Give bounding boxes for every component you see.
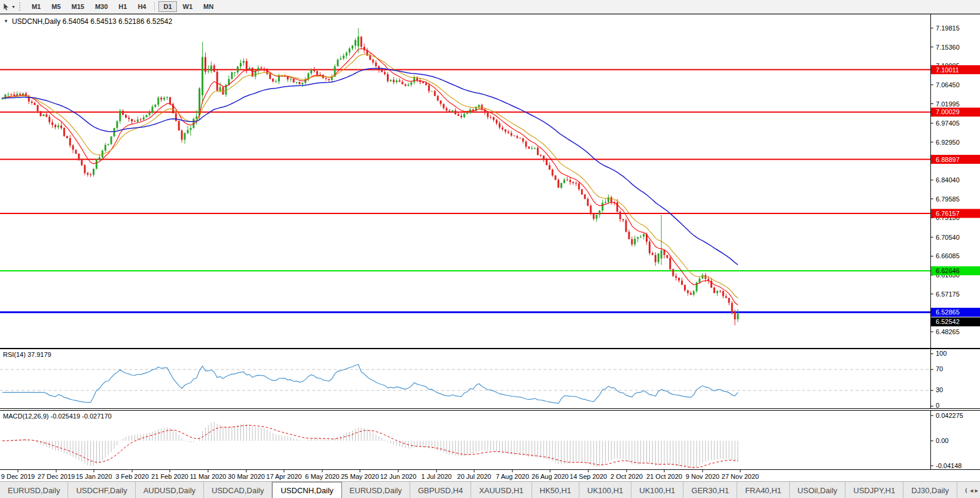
svg-text:17 Apr 2020: 17 Apr 2020 — [266, 473, 301, 480]
chart-tabs: EURUSD,DailyUSDCHF,DailyAUDUSD,DailyUSDC… — [0, 482, 980, 498]
moving-average-line-fast — [2, 49, 738, 305]
bull-candle-bodies — [2, 36, 739, 319]
svg-text:6.88897: 6.88897 — [936, 156, 960, 163]
rsi-indicator-label: RSI(14) 37.9179 — [3, 351, 51, 358]
svg-text:11 Mar 2020: 11 Mar 2020 — [190, 473, 227, 480]
chart-tab-audusd-daily[interactable]: AUDUSD,Daily — [136, 482, 204, 498]
bear-candle-wicks — [11, 36, 735, 325]
chart-tab-dj30-daily[interactable]: DJ30,Daily — [903, 482, 957, 498]
svg-text:6.57175: 6.57175 — [936, 291, 960, 298]
svg-text:27 Dec 2019: 27 Dec 2019 — [38, 473, 75, 480]
rsi-pane[interactable]: 10070300 — [0, 349, 980, 409]
bull-candle-wicks — [2, 28, 738, 322]
timeframe-button-D1[interactable]: D1 — [158, 1, 176, 12]
date-axis: 9 Dec 201927 Dec 201915 Jan 20203 Feb 20… — [0, 470, 980, 481]
svg-text:6.76157: 6.76157 — [936, 210, 960, 217]
svg-text:6.66085: 6.66085 — [936, 252, 960, 259]
chart-tab-uk100-h1[interactable]: UK100,H1 — [579, 482, 631, 498]
chart-tab-ger30-h1[interactable]: GER30,H1 — [683, 482, 737, 498]
timeframe-button-M1[interactable]: M1 — [27, 1, 45, 12]
svg-text:0.042275: 0.042275 — [936, 412, 963, 419]
tab-scroll-right-icon[interactable]: ▸ — [975, 487, 978, 494]
moving-average-line-slow — [2, 68, 738, 265]
svg-text:14 Sep 2020: 14 Sep 2020 — [570, 473, 607, 480]
chart-tab-uk100-h1[interactable]: UK100,H1 — [631, 482, 683, 498]
collapse-caret-icon[interactable]: ▼ — [4, 19, 8, 24]
candlestick-series — [2, 28, 739, 325]
svg-text:6.52865: 6.52865 — [936, 308, 960, 316]
svg-text:20 Jul 2020: 20 Jul 2020 — [457, 473, 491, 480]
chart-tab-usoil-daily[interactable]: USOil,Daily — [790, 482, 845, 498]
svg-text:6.84040: 6.84040 — [936, 176, 960, 184]
chart-tab-usdchf-daily[interactable]: USDCHF,Daily — [68, 482, 135, 498]
svg-text:70: 70 — [936, 365, 943, 372]
svg-text:21 Oct 2020: 21 Oct 2020 — [646, 473, 682, 480]
svg-text:6.70540: 6.70540 — [936, 234, 960, 241]
chart-tab-xauusd-h1[interactable]: XAUUSD,H1 — [471, 482, 532, 498]
svg-text:1 Jul 2020: 1 Jul 2020 — [422, 473, 452, 480]
timeframe-button-MN[interactable]: MN — [199, 1, 218, 12]
svg-text:6.92950: 6.92950 — [936, 139, 960, 146]
svg-text:7.10011: 7.10011 — [936, 66, 959, 74]
chart-tab-usdcnh-daily[interactable]: USDCNH,Daily — [272, 482, 341, 498]
svg-text:0.00: 0.00 — [936, 437, 948, 444]
date-axis-labels: 9 Dec 201927 Dec 201915 Jan 20203 Feb 20… — [1, 470, 759, 480]
macd-histogram — [2, 422, 738, 469]
timeframe-button-H1[interactable]: H1 — [114, 1, 132, 12]
svg-text:25 May 2020: 25 May 2020 — [341, 473, 379, 480]
chart-tab-gbpusd-h4[interactable]: GBPUSD,H4 — [410, 482, 471, 498]
svg-text:7.19815: 7.19815 — [936, 25, 960, 32]
timeframe-button-M5[interactable]: M5 — [47, 1, 65, 12]
toolbar-grip[interactable] — [19, 2, 23, 11]
svg-text:9 Dec 2019: 9 Dec 2019 — [1, 473, 35, 480]
svg-text:7.15360: 7.15360 — [936, 44, 960, 51]
svg-text:6.97405: 6.97405 — [936, 120, 960, 127]
svg-text:100: 100 — [936, 350, 947, 357]
chart-title: USDCNH,Daily 6.54054 6.54513 6.52186 6.5… — [12, 17, 172, 26]
tab-scroll-left-icon[interactable]: ◂ — [970, 487, 973, 494]
timeframe-button-M30[interactable]: M30 — [90, 1, 112, 12]
svg-text:7.06450: 7.06450 — [936, 81, 960, 88]
svg-text:27 Nov 2020: 27 Nov 2020 — [722, 473, 759, 480]
svg-text:15 Jan 2020: 15 Jan 2020 — [76, 473, 112, 480]
chart-tab-hk50-h1[interactable]: HK50,H1 — [532, 482, 580, 498]
svg-text:7.00029: 7.00029 — [936, 108, 960, 115]
chart-tab-usdjpy-h1[interactable]: USDJPY,H1 — [845, 482, 903, 498]
mt4-chart-app: ▼ M1M5M15M30H1H4D1W1MN ▼ USDCNH,Daily 6.… — [0, 0, 980, 498]
timeframe-button-M15[interactable]: M15 — [67, 1, 89, 12]
svg-text:2 Oct 2020: 2 Oct 2020 — [610, 473, 643, 480]
toolbar-separator — [154, 2, 155, 11]
timeframe-button-H4[interactable]: H4 — [133, 1, 151, 12]
rsi-line — [2, 365, 738, 404]
macd-pane[interactable]: 0.0422750.00-0.04148 — [0, 410, 980, 470]
price-chart-pane[interactable]: 7.198157.153607.109057.064507.019956.974… — [0, 14, 980, 349]
svg-text:0: 0 — [936, 402, 939, 409]
cursor-tool-icon[interactable] — [2, 3, 10, 11]
chart-tab-bar: EURUSD,DailyUSDCHF,DailyAUDUSD,DailyUSDC… — [0, 481, 980, 498]
timeframe-buttons: M1M5M15M30H1H4D1W1MN — [26, 1, 219, 12]
svg-text:6.62646: 6.62646 — [936, 267, 960, 274]
svg-text:6 May 2020: 6 May 2020 — [305, 473, 339, 480]
moving-average-line-medium — [2, 54, 738, 298]
svg-text:21 Feb 2020: 21 Feb 2020 — [151, 473, 188, 480]
svg-text:6.52542: 6.52542 — [936, 318, 960, 325]
chart-tab-eurusd-daily[interactable]: EURUSD,Daily — [342, 482, 410, 498]
chart-tab-eurusd-daily[interactable]: EURUSD,Daily — [0, 482, 68, 498]
timeframe-toolbar: ▼ M1M5M15M30H1H4D1W1MN — [0, 0, 980, 14]
svg-text:12 Jun 2020: 12 Jun 2020 — [380, 473, 417, 480]
svg-text:7.01995: 7.01995 — [936, 100, 960, 108]
tab-scroll-buttons: ◂ ▸ — [967, 482, 980, 498]
svg-text:30: 30 — [936, 386, 943, 393]
timeframe-button-W1[interactable]: W1 — [178, 1, 198, 12]
bear-candle-bodies — [10, 36, 735, 319]
chart-tab-fra40-h1[interactable]: FRA40,H1 — [737, 482, 790, 498]
dropdown-caret-icon[interactable]: ▼ — [11, 5, 16, 9]
svg-text:3 Feb 2020: 3 Feb 2020 — [115, 473, 149, 480]
macd-indicator-label: MACD(12,26,9) -0.025419 -0.027170 — [3, 413, 112, 420]
macd-axis-labels: 0.0422750.00-0.04148 — [930, 412, 963, 469]
svg-text:7 Aug 2020: 7 Aug 2020 — [496, 473, 529, 480]
chart-tab-usdcad-daily[interactable]: USDCAD,Daily — [204, 482, 272, 498]
svg-text:-0.04148: -0.04148 — [936, 462, 961, 469]
rsi-axis-labels: 10070300 — [930, 350, 947, 409]
svg-text:9 Nov 2020: 9 Nov 2020 — [686, 473, 719, 480]
